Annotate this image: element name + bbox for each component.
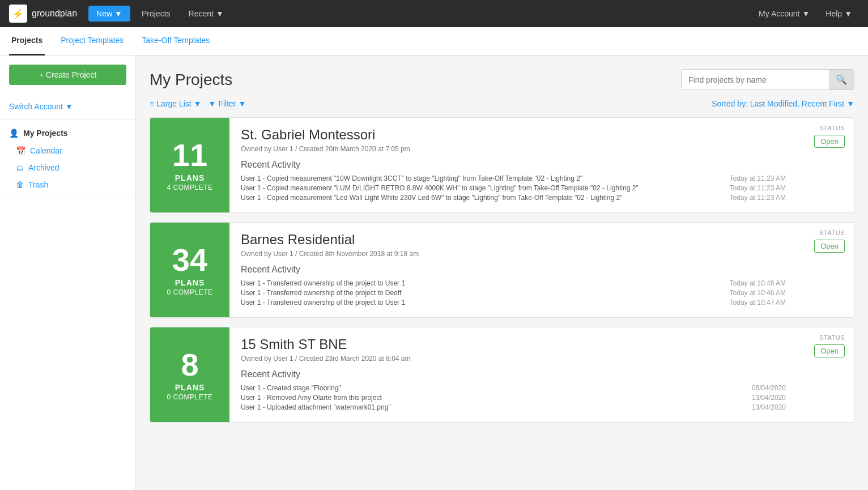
activity-time: 08/04/2020 (752, 384, 786, 392)
sidebar-section-switch: Switch Account ▼ (0, 94, 135, 120)
project-card[interactable]: 11 PLANS 4 COMPLETE St. Gabriel Montesso… (150, 117, 854, 213)
tab-takeoff-templates[interactable]: Take-Off Templates (139, 27, 212, 56)
tab-projects[interactable]: Projects (9, 27, 45, 56)
activity-text: User 1 - Uploaded attachment "watermark0… (241, 403, 743, 411)
status-badge[interactable]: Open (814, 344, 845, 357)
project-status-col: STATUS Open (797, 223, 854, 317)
activity-time: Today at 10:47 AM (730, 299, 786, 306)
help-link[interactable]: Help ▼ (819, 0, 859, 27)
status-label: STATUS (819, 125, 845, 131)
project-badge: 34 PLANS 0 COMPLETE (150, 223, 229, 317)
activity-row: User 1 - Transferred ownership of the pr… (241, 299, 786, 306)
nav-right: My Account ▼ Help ▼ (752, 0, 859, 27)
activity-text: User 1 - Copied measurement "Led Wall Li… (241, 194, 721, 202)
status-label: STATUS (819, 334, 845, 341)
badge-plans: PLANS (175, 383, 205, 392)
dropdown-arrow-icon: ▼ (216, 9, 224, 18)
sidebar-item-trash[interactable]: 🗑 Trash (0, 176, 135, 193)
activity-time: Today at 11:23 AM (730, 184, 786, 192)
sort-value[interactable]: Last Modified, Recent First ▼ (750, 99, 854, 108)
activity-row: User 1 - Created stage "Flooring" 08/04/… (241, 384, 786, 392)
toolbar: ≡ Large List ▼ ▼ Filter ▼ Sorted by: Las… (150, 99, 854, 108)
project-status-col: STATUS Open (797, 327, 854, 422)
sidebar-section-projects: 👤 My Projects 📅 Calendar 🗂 Archived 🗑 Tr… (0, 120, 135, 198)
sidebar-my-projects-heading: 👤 My Projects (0, 124, 135, 142)
project-meta: Owned by User 1 / Created 20th March 202… (241, 145, 786, 153)
search-box: 🔍 (681, 69, 854, 90)
activity-row: User 1 - Transferred ownership of the pr… (241, 289, 786, 297)
project-card[interactable]: 8 PLANS 0 COMPLETE 15 Smith ST BNE Owned… (150, 327, 854, 423)
badge-plans: PLANS (175, 173, 205, 182)
tab-project-templates[interactable]: Project Templates (58, 27, 126, 56)
activity-time: Today at 10:46 AM (730, 279, 786, 287)
project-info: Barnes Residential Owned by User 1 / Cre… (229, 223, 797, 317)
project-info: 15 Smith ST BNE Owned by User 1 / Create… (229, 327, 797, 422)
activity-text: User 1 - Transferred ownership of the pr… (241, 279, 721, 287)
sidebar: + Create Project Switch Account ▼ 👤 My P… (0, 56, 136, 490)
project-meta: Owned by User 1 / Created 23rd March 202… (241, 355, 786, 363)
activity-row: User 1 - Copied measurement "10W Downlig… (241, 174, 786, 182)
activity-row: User 1 - Removed Amy Olarte from this pr… (241, 394, 786, 402)
project-status-col: STATUS Open (797, 118, 854, 212)
projects-nav-link[interactable]: Projects (135, 0, 177, 27)
toolbar-left: ≡ Large List ▼ ▼ Filter ▼ (150, 99, 246, 108)
project-badge: 8 PLANS 0 COMPLETE (150, 327, 229, 422)
toolbar-right: Sorted by: Last Modified, Recent First ▼ (712, 99, 854, 108)
badge-number: 11 (172, 139, 207, 171)
activity-time: Today at 11:23 AM (730, 194, 786, 202)
search-button[interactable]: 🔍 (829, 70, 854, 90)
activity-row: User 1 - Copied measurement "LUM D/LIGHT… (241, 184, 786, 192)
page-title: My Projects (150, 71, 232, 89)
calendar-icon: 📅 (16, 146, 25, 155)
activity-time: 13/04/2020 (752, 394, 786, 402)
badge-number: 34 (172, 244, 207, 276)
badge-number: 8 (181, 349, 198, 381)
activity-text: User 1 - Copied measurement "LUM D/LIGHT… (241, 184, 721, 192)
project-activity-title: Recent Activity (241, 369, 786, 380)
activity-text: User 1 - Created stage "Flooring" (241, 384, 743, 392)
project-name[interactable]: Barnes Residential (241, 232, 786, 248)
activity-row: User 1 - Transferred ownership of the pr… (241, 279, 786, 287)
layout: + Create Project Switch Account ▼ 👤 My P… (0, 56, 868, 490)
activity-text: User 1 - Transferred ownership of the pr… (241, 289, 721, 297)
project-meta: Owned by User 1 / Created 8th November 2… (241, 250, 786, 258)
project-info: St. Gabriel Montessori Owned by User 1 /… (229, 118, 797, 212)
activity-time: 13/04/2020 (752, 403, 786, 411)
switch-account-button[interactable]: Switch Account ▼ (0, 99, 135, 114)
filter-button[interactable]: ▼ Filter ▼ (209, 99, 246, 108)
status-badge[interactable]: Open (814, 135, 845, 148)
archived-icon: 🗂 (16, 163, 24, 172)
badge-plans: PLANS (175, 278, 205, 287)
activity-text: User 1 - Copied measurement "10W Downlig… (241, 174, 721, 182)
project-card[interactable]: 34 PLANS 0 COMPLETE Barnes Residential O… (150, 222, 854, 318)
sub-nav: Projects Project Templates Take-Off Temp… (0, 27, 868, 56)
activity-text: User 1 - Transferred ownership of the pr… (241, 299, 721, 306)
dropdown-arrow-icon: ▼ (802, 9, 810, 18)
logo-area: ⚡ groundplan (9, 5, 77, 23)
badge-complete: 0 COMPLETE (167, 288, 212, 296)
recent-nav-link[interactable]: Recent ▼ (182, 0, 231, 27)
sidebar-item-calendar[interactable]: 📅 Calendar (0, 142, 135, 159)
sidebar-item-archived[interactable]: 🗂 Archived (0, 159, 135, 176)
project-activity-title: Recent Activity (241, 265, 786, 275)
new-button[interactable]: New ▼ (88, 6, 130, 22)
user-icon: 👤 (9, 129, 19, 138)
activity-row: User 1 - Copied measurement "Led Wall Li… (241, 194, 786, 202)
dropdown-arrow-icon: ▼ (844, 9, 852, 18)
activity-row: User 1 - Uploaded attachment "watermark0… (241, 403, 786, 411)
search-input[interactable] (682, 71, 829, 89)
main-content: My Projects 🔍 ≡ Large List ▼ ▼ Filter ▼ (136, 56, 868, 490)
view-large-list-button[interactable]: ≡ Large List ▼ (150, 99, 202, 108)
create-project-button[interactable]: + Create Project (9, 65, 126, 85)
project-name[interactable]: St. Gabriel Montessori (241, 127, 786, 143)
dropdown-arrow-icon: ▼ (239, 99, 246, 108)
status-badge[interactable]: Open (814, 240, 845, 253)
project-name[interactable]: 15 Smith ST BNE (241, 336, 786, 352)
activity-time: Today at 10:46 AM (730, 289, 786, 297)
trash-icon: 🗑 (16, 180, 24, 189)
my-account-link[interactable]: My Account ▼ (752, 0, 816, 27)
project-activity-title: Recent Activity (241, 160, 786, 170)
badge-complete: 4 COMPLETE (167, 184, 212, 191)
list-view-icon: ≡ (150, 99, 154, 108)
filter-icon: ▼ (209, 99, 216, 108)
